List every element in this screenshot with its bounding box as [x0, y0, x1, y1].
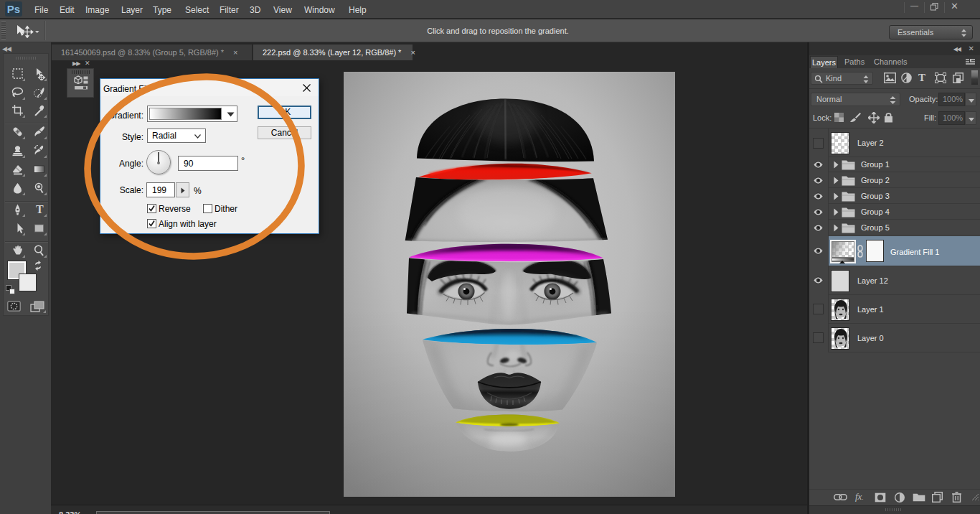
svg-text:T: T [36, 203, 44, 215]
